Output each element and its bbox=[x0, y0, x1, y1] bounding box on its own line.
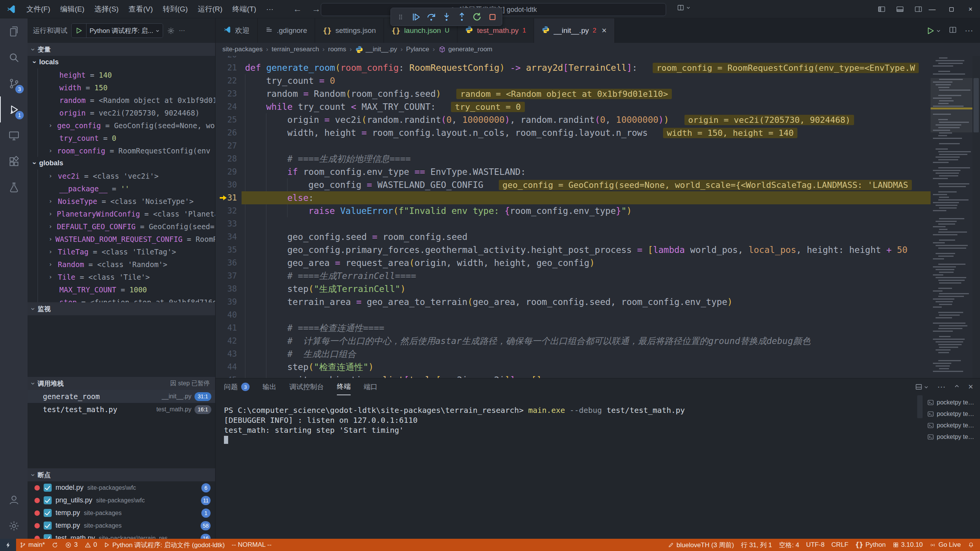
forward-arrow-icon[interactable]: → bbox=[312, 4, 320, 14]
code-line-37[interactable]: 37# ====生成TerrainCell==== bbox=[216, 269, 931, 282]
code-line-23[interactable]: 23random = Random(room_config.seed)rando… bbox=[216, 87, 931, 100]
callstack-section-header[interactable]: › 调用堆栈 因 step 已暂停 bbox=[28, 377, 215, 390]
variable-row[interactable]: ›Random = <class 'Random'> bbox=[38, 258, 215, 271]
line-number[interactable]: 20 bbox=[216, 56, 237, 61]
activity-source-control-icon[interactable]: 3 bbox=[0, 70, 28, 96]
back-arrow-icon[interactable]: ← bbox=[293, 4, 302, 14]
stack-frame[interactable]: test/test_math.pytest_math.py16:1 bbox=[28, 403, 215, 416]
customize-layout-icon[interactable] bbox=[914, 5, 923, 13]
terminal-session-item[interactable]: pocketpy te… bbox=[923, 408, 980, 420]
split-editor-icon[interactable] bbox=[949, 26, 957, 36]
chevron-right-icon[interactable]: › bbox=[49, 248, 58, 255]
breakpoint-row[interactable]: model.pysite-packages\wfc6 bbox=[28, 481, 215, 494]
line-number[interactable]: 42 bbox=[216, 334, 237, 347]
menu-item-6[interactable]: 终端(T) bbox=[227, 0, 261, 18]
terminal-session-item[interactable]: pocketpy te… bbox=[923, 397, 980, 408]
activity-testing-icon[interactable] bbox=[0, 174, 28, 201]
minimap-slider[interactable] bbox=[931, 78, 972, 132]
variable-row[interactable]: ›WASTELAND_ROOM_REQUEST_CONFIG = RoomR… bbox=[38, 233, 215, 245]
step-over-button[interactable] bbox=[425, 10, 438, 24]
line-number[interactable]: 39 bbox=[216, 295, 237, 308]
line-number[interactable]: 27 bbox=[216, 139, 237, 152]
status-item-broadcast[interactable]: Go Live bbox=[926, 539, 964, 551]
status-item-text5[interactable]: -- NORMAL -- bbox=[228, 539, 275, 551]
line-number[interactable]: 36 bbox=[216, 256, 237, 269]
menu-item-5[interactable]: 运行(R) bbox=[193, 0, 227, 18]
breakpoint-row[interactable]: test_math.pysite-packages\terrain_res…16 bbox=[28, 532, 215, 539]
line-number[interactable]: 24 bbox=[216, 100, 237, 113]
variable-row[interactable]: width = 150 bbox=[38, 81, 215, 94]
activity-accounts-icon[interactable] bbox=[0, 487, 28, 513]
tab-[interactable]: 欢迎 bbox=[216, 18, 258, 43]
tab-settingsjson[interactable]: {}settings.json bbox=[315, 18, 384, 43]
variable-row[interactable]: random = <Random object at 0x1bf9d01e… bbox=[38, 94, 215, 106]
terminal-output[interactable]: PS C:\computer_science\godot-ldtk\site-p… bbox=[216, 395, 923, 539]
tab-__init__py[interactable]: __init__.py2× bbox=[534, 18, 614, 43]
status-item-sync[interactable] bbox=[48, 539, 62, 551]
breadcrumb-item[interactable]: generate_room bbox=[438, 46, 492, 53]
status-item-warn[interactable]: 0 bbox=[81, 539, 100, 551]
code-line-29[interactable]: 29if room_config.env_type == EnvType.WAS… bbox=[216, 165, 931, 178]
line-number[interactable]: 32 bbox=[216, 204, 237, 217]
variable-row[interactable]: ›vec2i = <class 'vec2i'> bbox=[38, 170, 215, 182]
variable-row[interactable]: ›room_config = RoomRequestConfig(env_t… bbox=[38, 144, 215, 157]
menu-item-7[interactable]: ··· bbox=[261, 0, 278, 18]
breadcrumb-item[interactable]: __init__.py bbox=[355, 46, 397, 54]
code-line-26[interactable]: 26width, height = room_config.layout.n_c… bbox=[216, 126, 931, 139]
close-window-button[interactable]: × bbox=[961, 0, 980, 18]
status-item-braces[interactable]: {}Python bbox=[852, 539, 889, 551]
menu-item-0[interactable]: 文件(F) bbox=[21, 0, 55, 18]
code-line-20[interactable]: 20 bbox=[216, 56, 931, 61]
code-line-27[interactable]: 27 bbox=[216, 139, 931, 152]
breadcrumb-item[interactable]: terrain_research bbox=[272, 46, 319, 53]
minimize-button[interactable]: — bbox=[923, 0, 942, 18]
code-line-34[interactable]: 34geo_config.seed = room_config.seed bbox=[216, 230, 931, 243]
editor-scrollbar[interactable] bbox=[972, 56, 980, 378]
variable-row[interactable]: __package__ = '' bbox=[38, 182, 215, 195]
chevron-right-icon[interactable]: › bbox=[49, 210, 57, 217]
breadcrumb-item[interactable]: rooms bbox=[328, 46, 346, 53]
toggle-sidebar-icon[interactable] bbox=[877, 5, 886, 13]
watch-section-header[interactable]: › 监视 bbox=[28, 302, 215, 315]
chevron-right-icon[interactable]: › bbox=[49, 197, 58, 205]
minimap[interactable] bbox=[931, 56, 972, 378]
menu-item-3[interactable]: 查看(V) bbox=[124, 0, 158, 18]
code-line-45[interactable]: 45exit_combinations:list[tuple[vec2i, ve… bbox=[216, 373, 931, 378]
variable-row[interactable]: stop = <function stop at 0x1bf8d716d… bbox=[38, 296, 215, 302]
breakpoint-row[interactable]: temp.pysite-packages1 bbox=[28, 507, 215, 519]
line-number[interactable]: 30 bbox=[216, 178, 237, 191]
close-icon[interactable]: × bbox=[602, 26, 607, 35]
line-number[interactable]: 43 bbox=[216, 347, 237, 360]
code-line-42[interactable]: 42# 计算每一个出口的中心，然后使用astar生成路径，确保每一个出口组合都可… bbox=[216, 334, 931, 347]
status-item-pen[interactable]: blueloveTH (3 周前) bbox=[665, 539, 737, 551]
breakpoint-checkbox[interactable] bbox=[44, 522, 52, 530]
menu-item-4[interactable]: 转到(G) bbox=[158, 0, 193, 18]
variable-row[interactable]: ›PlanetaryWindConfig = <class 'Planeta… bbox=[38, 207, 215, 220]
variable-row[interactable]: ›TileTag = <class 'TileTag'> bbox=[38, 245, 215, 258]
status-item-grid[interactable]: 3.10.10 bbox=[889, 539, 926, 551]
breadcrumb-item[interactable]: site-packages bbox=[222, 46, 263, 53]
line-number[interactable]: 35 bbox=[216, 243, 237, 256]
remote-indicator[interactable] bbox=[0, 539, 16, 551]
breakpoint-checkbox[interactable] bbox=[44, 484, 52, 492]
code-line-28[interactable]: 28# ====生成初始地理信息==== bbox=[216, 152, 931, 165]
activity-extensions-icon[interactable] bbox=[0, 148, 28, 174]
status-item-error[interactable]: 3 bbox=[62, 539, 81, 551]
breakpoint-checkbox[interactable] bbox=[44, 496, 52, 504]
continue-button[interactable] bbox=[409, 10, 422, 24]
code-line-22[interactable]: 22try_count = 0 bbox=[216, 74, 931, 87]
debug-config-select[interactable]: Python 调试程序: 启... bbox=[87, 26, 163, 35]
scope-globals[interactable]: ›globals bbox=[28, 157, 215, 170]
code-line-36[interactable]: 36geo_area = request_area(origin, width,… bbox=[216, 256, 931, 269]
activity-search-icon[interactable] bbox=[0, 44, 28, 70]
panel-tab-输出[interactable]: 输出 bbox=[263, 378, 276, 395]
code-line-30[interactable]: 30geo_config = WASTELAND_GEO_CONFIGgeo_c… bbox=[216, 178, 931, 191]
toggle-panel-icon[interactable] bbox=[896, 5, 904, 13]
code-line-35[interactable]: 35geo_config.primary_forces.geothermal_a… bbox=[216, 243, 931, 256]
chevron-right-icon[interactable]: › bbox=[49, 122, 57, 129]
panel-tab-端口[interactable]: 端口 bbox=[364, 378, 377, 395]
more-actions-icon[interactable]: ··· bbox=[965, 26, 973, 36]
scope-locals[interactable]: ›locals bbox=[28, 56, 215, 68]
variables-section-header[interactable]: › 变量 bbox=[28, 43, 215, 56]
terminal-scrollbar[interactable] bbox=[917, 395, 923, 418]
